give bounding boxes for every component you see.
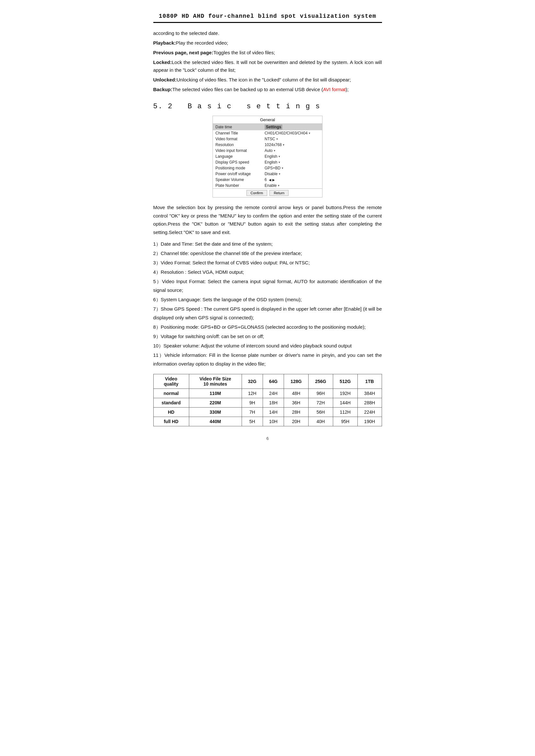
- col-32g: 32G: [241, 374, 263, 389]
- settings-row-datetime: Date time Settings: [213, 124, 322, 130]
- settings-row-positioning: Positioning mode GPS+BD ▼: [213, 165, 322, 171]
- table-row: full HD 440M 5H 10H 20H 40H 95H 190H: [153, 417, 382, 426]
- table-row: normal 110M 12H 24H 48H 96H 192H 384H: [153, 389, 382, 398]
- list-item-11: 11）Vehicle information: Fill in the lice…: [153, 351, 382, 368]
- confirm-button[interactable]: Confirm: [246, 190, 268, 196]
- table-row: HD 330M 7H 14H 28H 56H 112H 224H: [153, 408, 382, 417]
- section-title: 5. 2 B a s i c s e t t i n g s: [153, 102, 382, 111]
- col-64g: 64G: [263, 374, 284, 389]
- settings-row-speaker: Speaker Volume 6 ◀ ▶: [213, 177, 322, 183]
- settings-box: General Date time Settings Channel Title…: [212, 116, 323, 198]
- settings-row-language: Language English ▼: [213, 153, 322, 159]
- settings-confirm-row: Confirm Return: [213, 188, 322, 197]
- list-item-7: 7）Show GPS Speed : The current GPS speed…: [153, 305, 382, 322]
- label-backup: Backup:: [153, 87, 172, 92]
- table-row: standard 220M 9H 18H 36H 72H 144H 288H: [153, 398, 382, 408]
- list-item-2: 2）Channel title: open/close the channel …: [153, 249, 382, 257]
- settings-row-channel-title: Channel Title CH01/CH02/CH03/CH04 ▼: [213, 130, 322, 136]
- intro-p2: Playback:Play the recorded video;: [153, 39, 382, 47]
- page-number: 6: [153, 436, 382, 441]
- settings-row-plate: Plate Number Enable ▼: [213, 183, 322, 188]
- intro-p5: Unlocked:Unlocking of video files. The i…: [153, 76, 382, 84]
- col-1tb: 1TB: [357, 374, 382, 389]
- label-unlocked: Unlocked:: [153, 77, 177, 82]
- list-item-10: 10）Speaker volume: Adjust the volume of …: [153, 341, 382, 350]
- settings-row-gps-speed: Display GPS speed English ▼: [213, 159, 322, 165]
- list-item-3: 3）Video Format: Select the format of CVB…: [153, 258, 382, 267]
- settings-box-title: General: [213, 116, 322, 124]
- list-item-1: 1）Date and Time: Set the date and time o…: [153, 239, 382, 248]
- settings-row-video-format: Video format NTSC ▼: [213, 136, 322, 142]
- col-quality: Videoquality: [153, 374, 189, 389]
- numbered-list: 1）Date and Time: Set the date and time o…: [153, 239, 382, 368]
- label-prev-next: Previous page, next page:: [153, 50, 213, 55]
- settings-row-video-input: Video input format Auto ▼: [213, 148, 322, 153]
- storage-table: Videoquality Video File Size10 minutes 3…: [153, 374, 382, 426]
- settings-row-power-voltage: Power on/off voltage Disable ▼: [213, 171, 322, 177]
- intro-p1: according to the selected date.: [153, 29, 382, 37]
- return-button[interactable]: Return: [269, 190, 289, 196]
- list-item-9: 9）Voltage for switching on/off: can be s…: [153, 332, 382, 341]
- col-512g: 512G: [333, 374, 357, 389]
- settings-table: Date time Settings Channel Title CH01/CH…: [213, 124, 322, 188]
- intro-p6: Backup:The selected video files can be b…: [153, 86, 382, 94]
- label-playback: Playback:: [153, 40, 176, 45]
- list-item-4: 4）Resolution : Select VGA, HDMI output;: [153, 268, 382, 276]
- intro-p4: Locked:Lock the selected video files. It…: [153, 59, 382, 74]
- intro-p3: Previous page, next page:Toggles the lis…: [153, 49, 382, 57]
- list-item-6: 6）System Language: Sets the language of …: [153, 295, 382, 304]
- page-title: 1080P HD AHD four-channel blind spot vis…: [153, 13, 382, 23]
- avi-format: AVI format: [323, 87, 346, 92]
- col-256g: 256G: [308, 374, 333, 389]
- list-item-5: 5）Video Input Format: Select the camera …: [153, 277, 382, 294]
- list-item-8: 8）Positioning mode: GPS+BD or GPS+GLONAS…: [153, 323, 382, 331]
- table-header-row: Videoquality Video File Size10 minutes 3…: [153, 374, 382, 389]
- label-locked: Locked:: [153, 60, 172, 65]
- col-filesize: Video File Size10 minutes: [189, 374, 241, 389]
- settings-row-resolution: Resolution 1024x768 ▼: [213, 142, 322, 148]
- body-text: Move the selection box by pressing the r…: [153, 203, 382, 236]
- col-128g: 128G: [284, 374, 309, 389]
